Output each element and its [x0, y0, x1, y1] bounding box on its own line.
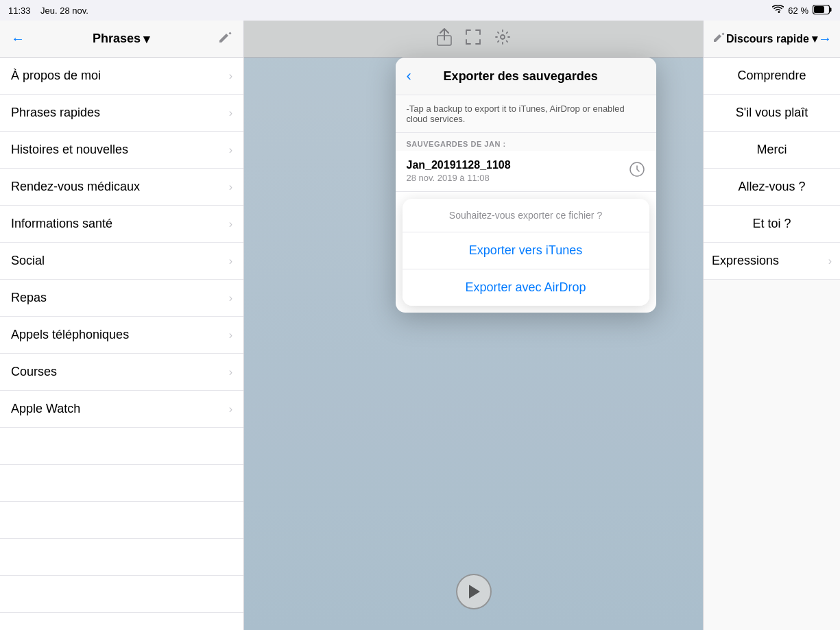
sidebar-item-courses[interactable]: Courses › [0, 354, 243, 391]
svg-rect-2 [814, 6, 824, 13]
sidebar-list: À propos de moi › Phrases rapides › Hist… [0, 58, 243, 630]
status-time: 11:33 [8, 5, 31, 16]
play-button-container [456, 574, 492, 609]
sidebar-item-rendezvous[interactable]: Rendez-vous médicaux › [0, 169, 243, 206]
export-modal: ‹ Exporter des sauvegardes -Tap a backup… [396, 58, 656, 313]
export-backup-name: Jan_20191128_1108 [407, 159, 629, 171]
chevron-icon: › [229, 329, 232, 341]
right-panel: Discours rapide ▾ → Comprendre S'il vous… [703, 21, 840, 630]
right-header: Discours rapide ▾ → [704, 21, 840, 58]
sidebar-title: Phrases ▾ [93, 32, 149, 47]
sidebar-dropdown-icon: ▾ [143, 32, 149, 47]
export-airdrop-button[interactable]: Exporter avec AirDrop [403, 269, 649, 306]
right-arrow-button[interactable]: → [818, 31, 832, 47]
right-item-sil-vous-plait[interactable]: S'il vous plaît [704, 95, 840, 132]
sidebar-item-histoires[interactable]: Histoires et nouvelles › [0, 132, 243, 169]
sidebar-spacer-4 [0, 539, 243, 576]
export-section-label: SAUVEGARDES DE JAN : [396, 133, 656, 151]
right-dropdown-icon: ▾ [812, 32, 817, 45]
chevron-icon: › [229, 292, 232, 304]
chevron-icon: › [229, 70, 232, 82]
fullscreen-button[interactable] [466, 29, 481, 49]
status-time-date: 11:33 Jeu. 28 nov. [8, 5, 772, 16]
sidebar-item-apple-watch[interactable]: Apple Watch › [0, 391, 243, 428]
settings-button[interactable] [494, 29, 511, 49]
play-button[interactable] [456, 574, 492, 609]
status-date: Jeu. 28 nov. [40, 5, 88, 16]
play-triangle-icon [469, 585, 480, 598]
export-itunes-button[interactable]: Exporter vers iTunes [403, 232, 649, 269]
right-header-title: Discours rapide ▾ [726, 32, 817, 45]
confirm-popup: Souhaitez-vous exporter ce fichier ? Exp… [403, 199, 649, 306]
chevron-icon: › [229, 181, 232, 193]
sidebar-header: ← Phrases ▾ [0, 21, 243, 58]
chevron-icon: › [828, 255, 832, 267]
sidebar-spacer-1 [0, 428, 243, 465]
chevron-icon: › [229, 107, 232, 119]
right-item-comprendre[interactable]: Comprendre [704, 58, 840, 95]
confirm-popup-wrapper: Souhaitez-vous exporter ce fichier ? Exp… [396, 192, 656, 313]
sidebar-spacer-3 [0, 502, 243, 539]
sidebar-item-phrases-rapides[interactable]: Phrases rapides › [0, 95, 243, 132]
export-description: -Tap a backup to export it to iTunes, Ai… [396, 95, 656, 133]
sidebar-item-repas[interactable]: Repas › [0, 280, 243, 317]
sidebar-item-apropos[interactable]: À propos de moi › [0, 58, 243, 95]
right-item-allez-vous[interactable]: Allez-vous ? [704, 169, 840, 206]
chevron-icon: › [229, 144, 232, 156]
export-back-button[interactable]: ‹ [407, 67, 411, 85]
export-backup-date: 28 nov. 2019 à 11:08 [407, 173, 629, 183]
middle-header [244, 21, 703, 58]
sidebar-item-appels[interactable]: Appels téléphoniques › [0, 317, 243, 354]
sidebar-spacer-5 [0, 576, 243, 613]
sidebar-item-informations[interactable]: Informations santé › [0, 206, 243, 243]
right-item-expressions[interactable]: Expressions › [704, 243, 840, 280]
app-container: ← Phrases ▾ À propos de moi › [0, 21, 840, 630]
right-edit-icon[interactable] [712, 30, 725, 47]
sidebar-spacer-2 [0, 465, 243, 502]
chevron-icon: › [229, 255, 232, 267]
sidebar-item-social[interactable]: Social › [0, 243, 243, 280]
right-item-merci[interactable]: Merci [704, 132, 840, 169]
svg-rect-1 [830, 8, 832, 12]
svg-point-4 [501, 35, 505, 39]
export-modal-header: ‹ Exporter des sauvegardes [396, 58, 656, 95]
battery-icon [813, 5, 832, 16]
sidebar-edit-button[interactable] [217, 29, 232, 48]
confirm-popup-message: Souhaitez-vous exporter ce fichier ? [403, 199, 649, 232]
right-item-et-toi[interactable]: Et toi ? [704, 206, 840, 243]
main-layout: ← Phrases ▾ À propos de moi › [0, 21, 840, 630]
share-button[interactable] [437, 28, 452, 50]
sidebar-back-button[interactable]: ← [11, 31, 25, 47]
chevron-icon: › [229, 403, 232, 415]
status-right: 62 % [772, 5, 832, 16]
sidebar: ← Phrases ▾ À propos de moi › [0, 21, 244, 630]
battery-percentage: 62 % [788, 5, 808, 16]
middle-panel: ‹ Exporter des sauvegardes -Tap a backup… [244, 21, 703, 630]
export-modal-title: Exporter des sauvegardes [417, 69, 625, 84]
export-backup-info: Jan_20191128_1108 28 nov. 2019 à 11:08 [407, 159, 629, 183]
clock-icon [629, 161, 645, 182]
wifi-icon [772, 5, 784, 16]
chevron-icon: › [229, 218, 232, 230]
export-backup-item[interactable]: Jan_20191128_1108 28 nov. 2019 à 11:08 [396, 151, 656, 192]
chevron-icon: › [229, 366, 232, 378]
status-bar: 11:33 Jeu. 28 nov. 62 % [0, 0, 840, 21]
